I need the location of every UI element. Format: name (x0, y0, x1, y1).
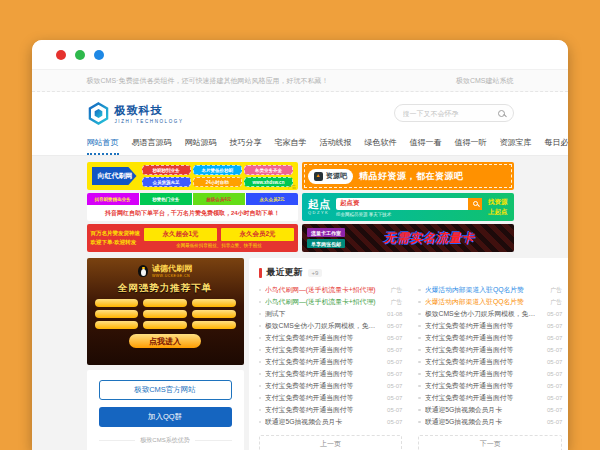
list-item-title: 测试下 (265, 309, 381, 319)
list-item[interactable]: 测试下 01-08 (259, 308, 403, 320)
nav-item[interactable]: 技巧分享 (230, 134, 262, 155)
sidebar-ad[interactable]: 诚德代刷网 WWW.UCKEGE.CN 全网强势力推荐下单 (87, 258, 244, 365)
nav-item[interactable]: 值得一听 (455, 134, 487, 155)
window-maximize-button[interactable] (94, 50, 104, 60)
list-item[interactable]: 支付宝免费签约开通当面付等 05-07 (418, 392, 562, 404)
bullet-icon (259, 313, 262, 316)
list-item[interactable]: 联通迎5G抽视频会员月卡 05-07 (418, 416, 562, 428)
gold-pill (192, 299, 236, 307)
list-item-meta: 05-07 (387, 383, 402, 389)
nav-item[interactable]: 网站首页 (87, 134, 119, 155)
list-item[interactable]: 小鸟代刷网—(送手机流量卡+招代理) 广告 (259, 284, 403, 296)
gold-pill (143, 299, 187, 307)
ad-banner-xianghong[interactable]: 向红代刷网 秒刷秒到业务 名片赞低价秒刷 各类业务齐全 会员货源充足 24小时自… (87, 162, 299, 190)
list-item[interactable]: 支付宝免费签约开通当面付等 05-07 (259, 368, 403, 380)
ad-banner-douyin[interactable]: 抖音刷赞精选业务 秒赞热门业务 超级会员4元 永久会员2元 抖音网红自助下单平台… (87, 193, 299, 221)
banner-pill-list: 秒刷秒到业务 名片赞低价秒刷 各类业务齐全 会员货源充足 24小时自助 www.… (142, 165, 294, 187)
list-header: 最近更新 +9 (259, 266, 563, 279)
gold-pill (95, 321, 139, 329)
ziyuanba-logo-text: 资源吧 (326, 171, 347, 181)
list-item[interactable]: 小鸟代刷网—(送手机流量卡+招代理) 广告 (259, 296, 403, 308)
bullet-icon (259, 361, 262, 364)
search-icon[interactable] (498, 110, 505, 117)
list-item-title: 联通迎5G抽视频会员月卡 (425, 417, 541, 427)
list-item[interactable]: 支付宝免费签约开通当面付等 05-07 (259, 344, 403, 356)
ad-banner-liuliangka[interactable]: 流量卡工作室 单享两张包邮 无需实名流量卡 (302, 224, 514, 252)
banner-bottom-text: 全网最低价抖音粉丝、抖音点赞、快手粉丝 (144, 243, 294, 248)
prev-page-button[interactable]: 上一页 (259, 435, 403, 450)
list-item-title: 支付宝免费签约开通当面付等 (265, 357, 381, 367)
qidian-brand: 起点 (308, 199, 330, 210)
join-qq-button[interactable]: 加入QQ群 (99, 407, 232, 427)
bullet-icon (418, 349, 421, 352)
topbar-right-link[interactable]: 极致CMS建站系统 (456, 76, 514, 86)
count-badge: +9 (308, 269, 323, 277)
bullet-icon (418, 289, 421, 292)
bullet-icon (418, 361, 421, 364)
list-item-meta: 05-07 (387, 407, 402, 413)
banner-search-icon (473, 201, 478, 206)
official-site-button[interactable]: 极致CMS官方网站 (99, 380, 232, 400)
list-item[interactable]: 火爆活动内部渠道入驻QQ名片赞 广告 (418, 284, 562, 296)
site-logo[interactable]: 极致科技 JIZHI TECHNOLOGY (87, 102, 184, 125)
nav-item[interactable]: 易语言源码 (132, 134, 172, 155)
list-item[interactable]: 支付宝免费签约开通当面付等 05-07 (418, 320, 562, 332)
ad-banner-ziyuanba[interactable]: 资源吧 精品好资源，都在资源吧 (302, 162, 514, 190)
list-item-title: 小鸟代刷网—(送手机流量卡+招代理) (265, 297, 384, 307)
list-item-title: 联通迎5G抽视频会员月卡 (265, 417, 381, 427)
nav-item[interactable]: 值得一看 (410, 134, 442, 155)
section-marker (259, 268, 262, 278)
bullet-icon (418, 373, 421, 376)
bullet-icon (259, 349, 262, 352)
list-item[interactable]: 极致CMS全仿小刀娱乐网模板，免费下... 05-07 (418, 308, 562, 320)
list-item[interactable]: 支付宝免费签约开通当面付等 05-07 (259, 332, 403, 344)
ad-banner-mingpianzan[interactable]: 百万名片赞发货神速 欢迎下单·欢迎转发 永久超会1元 永久会员2元 全网最低价抖… (87, 224, 299, 252)
gold-pill (192, 310, 236, 318)
banner-big-title: 无需实名流量卡 (350, 230, 509, 247)
list-item[interactable]: 支付宝免费签约开通当面付等 05-07 (418, 368, 562, 380)
banner-pill: 秒刷秒到业务 (142, 165, 191, 175)
list-item[interactable]: 支付宝免费签约开通当面付等 05-07 (259, 356, 403, 368)
site-widget-card: 极致CMS官方网站 加入QQ群 极致CMS系统优势 模板好看 (87, 370, 244, 450)
nav-item[interactable]: 绿色软件 (365, 134, 397, 155)
list-item-title: 支付宝免费签约开通当面付等 (265, 369, 381, 379)
list-item-title: 极致CMS全仿小刀娱乐网模板，免费下... (425, 309, 541, 319)
list-item[interactable]: 支付宝免费签约开通当面付等 05-07 (418, 344, 562, 356)
pagination: 上一页 下一页 (259, 435, 563, 450)
window-minimize-button[interactable] (75, 50, 85, 60)
search-input[interactable] (403, 110, 494, 117)
list-item[interactable]: 支付宝免费签约开通当面付等 05-07 (418, 356, 562, 368)
list-item[interactable]: 支付宝免费签约开通当面付等 05-07 (418, 380, 562, 392)
search-box[interactable] (394, 104, 514, 122)
list-item-meta: 05-07 (387, 335, 402, 341)
list-item[interactable]: 支付宝免费签约开通当面付等 05-07 (418, 332, 562, 344)
banner-tag: 单享两张包邮 (307, 239, 345, 248)
banner-pill: 各类业务齐全 (244, 165, 293, 175)
nav-item[interactable]: 活动线报 (320, 134, 352, 155)
list-item[interactable]: 支付宝免费签约开通当面付等 05-07 (259, 380, 403, 392)
list-item[interactable]: 支付宝免费签约开通当面付等 05-07 (259, 404, 403, 416)
penguin-mascot-icon (138, 265, 148, 277)
enter-button[interactable]: 点我进入 (129, 334, 201, 348)
list-item[interactable]: 极致CMS全仿小刀娱乐网模板，免费下... 05-07 (259, 320, 403, 332)
nav-item[interactable]: 网站源码 (185, 134, 217, 155)
next-page-button[interactable]: 下一页 (418, 435, 562, 450)
list-item[interactable]: 联通迎5G抽视频会员月卡 05-07 (259, 416, 403, 428)
bullet-icon (259, 397, 262, 400)
ad-banner-qidian[interactable]: 起点 QDZYK 起点资 挖全网精品资源 享天下技术 找资源 上起点 (302, 193, 514, 221)
list-item-meta: 05-07 (547, 383, 562, 389)
nav-item[interactable]: 宅家自学 (275, 134, 307, 155)
list-item[interactable]: 火爆活动内部渠道入驻QQ名片赞 广告 (418, 296, 562, 308)
bullet-icon (418, 421, 421, 424)
list-item-meta: 05-07 (387, 323, 402, 329)
gold-pill (143, 321, 187, 329)
nav-item[interactable]: 资源宝库 (500, 134, 532, 155)
main-area: 诚德代刷网 WWW.UCKEGE.CN 全网强势力推荐下单 (87, 258, 514, 450)
window-close-button[interactable] (56, 50, 66, 60)
list-item[interactable]: 联通迎5G抽视频会员月卡 05-07 (418, 404, 562, 416)
nav-item[interactable]: 每日必买 (545, 134, 569, 155)
list-item-title: 支付宝免费签约开通当面付等 (265, 333, 381, 343)
list-item[interactable]: 支付宝免费签约开通当面付等 05-07 (259, 392, 403, 404)
bullet-icon (418, 301, 421, 304)
bullet-icon (418, 325, 421, 328)
